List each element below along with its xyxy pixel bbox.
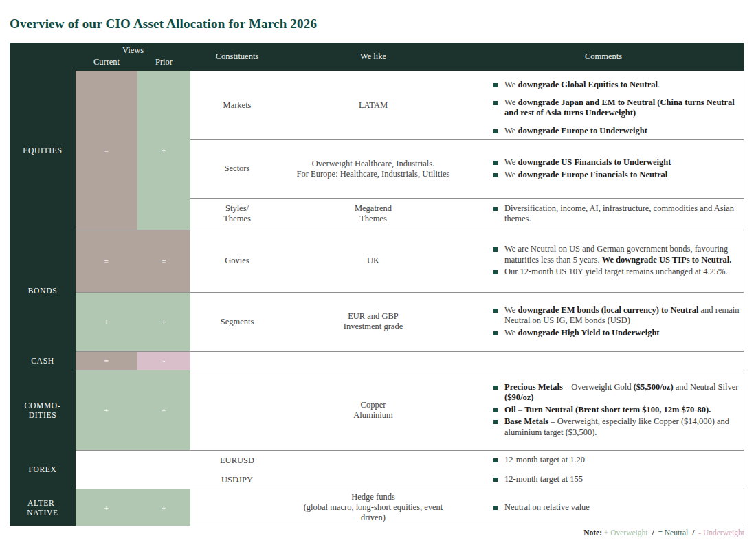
bullet-square-icon <box>493 83 498 87</box>
view-cell-commodities-current: + <box>76 370 137 450</box>
we-like-commodities: Copper Aluminium <box>284 370 463 450</box>
comment-text: We downgrade High Yield to Underweight <box>504 328 660 339</box>
row-divider <box>76 230 744 230</box>
section-label-cash: CASH <box>10 351 76 370</box>
row-divider <box>76 292 744 293</box>
bullet-square-icon <box>493 173 498 177</box>
column-header-prior: Prior <box>137 43 190 71</box>
comment-bullet-item: Precious Metals – Overweight Gold ($5,50… <box>493 382 740 403</box>
view-cell-alternative-prior: + <box>137 489 190 526</box>
view-cell-alternative-current: + <box>76 489 137 526</box>
comments-sectors: We downgrade US Financials to Underweigh… <box>463 140 744 198</box>
comments-alternative: Neutral on relative value <box>463 489 744 526</box>
comment-bullet-item: We downgrade Global Equities to Neutral. <box>493 80 740 91</box>
view-cell-cash-current: = <box>76 351 137 370</box>
comment-text: Neutral on relative value <box>504 502 590 513</box>
comments-markets: We downgrade Global Equities to Neutral.… <box>463 71 744 140</box>
comment-text: We downgrade Europe Financials to Neutra… <box>504 170 667 181</box>
constituent-eurusd: EURUSD <box>190 450 284 471</box>
bullet-square-icon <box>493 101 498 105</box>
comment-bullet-item: We are Neutral on US and German governme… <box>493 244 740 265</box>
comment-text: Diversification, income, AI, infrastruct… <box>504 203 740 225</box>
legend-underweight: - Underweight <box>698 528 744 537</box>
bullet-square-icon <box>493 129 498 133</box>
section-label-equities: EQUITIES <box>10 71 76 230</box>
comment-bullet-item: We downgrade US Financials to Underweigh… <box>493 157 740 168</box>
bullet-square-icon <box>493 478 498 482</box>
comment-bullet-item: We downgrade Japan and EM to Neutral (Ch… <box>493 98 740 119</box>
section-label-forex: FOREX <box>10 450 76 489</box>
section-label-bonds: BONDS <box>10 230 76 351</box>
bullet-square-icon <box>493 506 498 510</box>
row-divider <box>76 450 744 451</box>
section-label-alternative: ALTER- NATIVE <box>10 489 76 526</box>
constituent-govies: Govies <box>190 230 284 292</box>
we-like-segments: EUR and GBP Investment grade <box>284 292 463 351</box>
comment-bullet-item: 12-month target at 1.20 <box>493 455 740 466</box>
comments-styles-themes: Diversification, income, AI, infrastruct… <box>463 198 744 230</box>
comment-text: We downgrade Japan and EM to Neutral (Ch… <box>504 98 740 119</box>
bullet-square-icon <box>493 207 498 211</box>
row-divider <box>76 370 744 370</box>
comment-text: Our 12-month US 10Y yield target remains… <box>504 267 728 278</box>
view-cell-segments-current: + <box>76 292 137 351</box>
bullet-square-icon <box>493 270 498 274</box>
we-like-sectors: Overweight Healthcare, Industrials. For … <box>284 140 463 198</box>
section-label-commodities: COMMO- DITIES <box>10 370 76 450</box>
we-like-govies: UK <box>284 230 463 292</box>
comment-bullet-item: Our 12-month US 10Y yield target remains… <box>493 267 740 278</box>
note-label: Note: <box>583 528 602 537</box>
bullet-square-icon <box>493 386 498 390</box>
view-cell-commodities-prior: + <box>137 370 190 450</box>
comments-commodities: Precious Metals – Overweight Gold ($5,50… <box>463 370 744 450</box>
comment-text: We downgrade Europe to Underweight <box>504 126 647 137</box>
bullet-square-icon <box>493 408 498 412</box>
we-like-alternative: Hedge funds (global macro, long-short eq… <box>284 489 463 526</box>
view-cell-cash-prior: - <box>137 351 190 370</box>
asset-allocation-table: Views Current Prior Constituents We like… <box>10 43 744 526</box>
comment-text: Precious Metals – Overweight Gold ($5,50… <box>504 382 740 403</box>
row-divider <box>190 140 744 140</box>
view-cell-segments-prior: + <box>137 292 190 351</box>
page-title: Overview of our CIO Asset Allocation for… <box>10 16 317 32</box>
comment-text: 12-month target at 1.20 <box>504 455 585 466</box>
comment-bullet-item: We downgrade EM bonds (local currency) t… <box>493 305 740 326</box>
bullet-square-icon <box>493 161 498 165</box>
view-cell-govies-current: = <box>76 230 137 292</box>
we-like-markets: LATAM <box>284 71 463 140</box>
bullet-square-icon <box>493 247 498 252</box>
view-cell-govies-prior: = <box>137 230 190 292</box>
table-bottom-border <box>10 526 744 526</box>
view-cell-equities-current: = <box>76 71 137 230</box>
comment-text: Oil – Turn Neutral (Brent short term $10… <box>504 405 711 416</box>
constituent-sectors: Sectors <box>190 140 284 198</box>
row-divider <box>190 198 744 199</box>
report-page: Overview of our CIO Asset Allocation for… <box>0 0 756 558</box>
bullet-square-icon <box>493 331 498 335</box>
comments-usdjpy: 12-month target at 155 <box>463 471 744 489</box>
legend-overweight: + Overweight <box>604 528 648 537</box>
bullet-square-icon <box>493 458 498 462</box>
comment-bullet-item: We downgrade Europe Financials to Neutra… <box>493 170 740 181</box>
row-divider <box>76 489 744 489</box>
column-header-current: Current <box>76 43 137 71</box>
comment-text: Base Metals – Overweight, especially lik… <box>504 416 740 438</box>
comments-segments: We downgrade EM bonds (local currency) t… <box>463 292 744 351</box>
column-header-we-like: We like <box>284 43 463 71</box>
comment-bullet-item: Base Metals – Overweight, especially lik… <box>493 416 740 438</box>
table-right-border <box>744 71 744 526</box>
row-divider <box>76 351 744 352</box>
bullet-square-icon <box>493 309 498 313</box>
legend-note: Note: + Overweight / = Neutral / - Under… <box>583 528 744 537</box>
comment-bullet-item: Diversification, income, AI, infrastruct… <box>493 203 740 225</box>
view-cell-equities-prior: + <box>137 71 190 230</box>
bullet-square-icon <box>493 420 498 424</box>
legend-separator: / <box>652 528 654 537</box>
comment-bullet-item: We downgrade Europe to Underweight <box>493 126 740 137</box>
comment-bullet-item: We downgrade High Yield to Underweight <box>493 328 740 339</box>
comment-bullet-item: 12-month target at 155 <box>493 474 740 485</box>
comment-bullet-item: Neutral on relative value <box>493 502 740 513</box>
comment-text: We downgrade US Financials to Underweigh… <box>504 157 671 168</box>
constituent-segments: Segments <box>190 292 284 351</box>
comment-text: 12-month target at 155 <box>504 474 583 485</box>
